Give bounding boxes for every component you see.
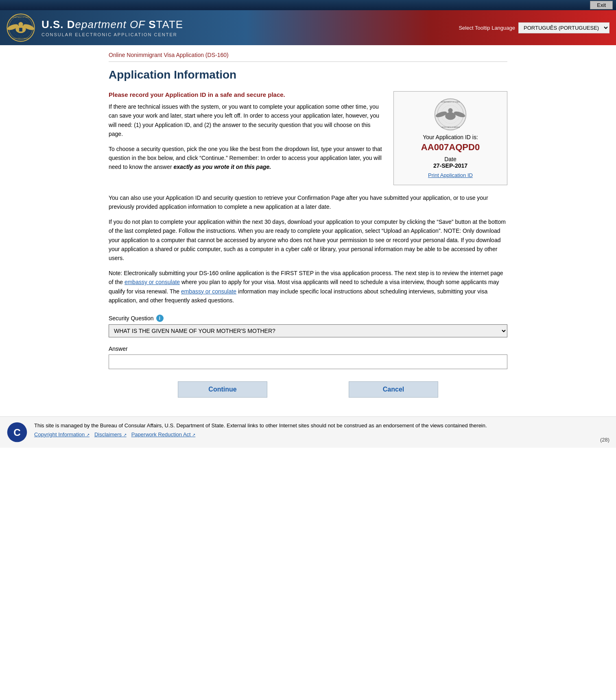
sub-agency: CONSULAR ELECTRONIC APPLICATION CENTER xyxy=(42,32,459,37)
app-id-date-label: Date xyxy=(402,156,499,162)
security-question-label: Security Question i xyxy=(109,315,507,322)
app-id-section: Please record your Application ID in a s… xyxy=(109,91,507,185)
cancel-button[interactable]: Cancel xyxy=(349,381,438,398)
svg-point-15 xyxy=(448,108,452,113)
breadcrumb: Online Nonimmigrant Visa Application (DS… xyxy=(109,52,507,58)
footer-links: Copyright Information ↗ Disclaimers ↗ Pa… xyxy=(34,431,594,438)
svg-text:DEPARTMENT OF STATE: DEPARTMENT OF STATE xyxy=(12,17,29,18)
footer-page-number: (28) xyxy=(600,437,609,443)
embassy-link-2[interactable]: embassy or consulate xyxy=(181,288,236,295)
answer-input[interactable] xyxy=(109,354,507,369)
body-text-2: To choose a security question, pick the … xyxy=(109,144,384,172)
svg-text:DEPARTMENT OF STATE: DEPARTMENT OF STATE xyxy=(441,101,460,103)
app-id-seal: DEPARTMENT OF STATE UNITED STATES OF AME… xyxy=(434,98,467,131)
external-link-icon-2: ↗ xyxy=(123,433,127,437)
svg-text:UNITED STATES OF AMERICA: UNITED STATES OF AMERICA xyxy=(441,127,460,128)
tooltip-section: Select Tooltip Language PORTUGUÊS (PORTU… xyxy=(459,22,609,33)
breadcrumb-link[interactable]: Online Nonimmigrant Visa Application (DS… xyxy=(109,52,229,58)
app-id-date-value: 27-SEP-2017 xyxy=(402,162,499,169)
svg-rect-6 xyxy=(19,28,22,32)
top-bar: Exit xyxy=(0,0,616,10)
body-text-1: If there are technical issues with the s… xyxy=(109,102,384,139)
external-link-icon-3: ↗ xyxy=(192,433,195,437)
language-select[interactable]: PORTUGUÊS (PORTUGUESE) ENGLISH ESPAÑOL (… xyxy=(518,22,609,33)
security-question-info-icon[interactable]: i xyxy=(156,315,164,322)
paperwork-link[interactable]: Paperwork Reduction Act ↗ xyxy=(131,431,196,438)
app-id-label: Your Application ID is: xyxy=(402,134,499,140)
app-id-value: AA007AQPD0 xyxy=(402,142,499,153)
body-text-5: Note: Electronically submitting your DS-… xyxy=(109,269,507,305)
body-text-3: You can also use your Application ID and… xyxy=(109,193,507,212)
svg-text:UNITED STATES OF AMERICA: UNITED STATES OF AMERICA xyxy=(13,38,29,39)
svg-point-5 xyxy=(18,22,23,26)
security-question-select[interactable]: WHAT IS THE GIVEN NAME OF YOUR MOTHER'S … xyxy=(109,324,507,337)
footer-seal: C xyxy=(7,422,28,443)
app-id-text: Please record your Application ID in a s… xyxy=(109,91,384,185)
page-title: Application Information xyxy=(109,68,507,81)
main-content: Online Nonimmigrant Visa Application (DS… xyxy=(100,45,516,416)
us-seal: DEPARTMENT OF STATE UNITED STATES OF AME… xyxy=(7,13,35,42)
svg-text:C: C xyxy=(13,427,21,438)
footer-body-text: This site is managed by the Bureau of Co… xyxy=(34,422,594,430)
agency-text: U.S. Department of State CONSULAR ELECTR… xyxy=(42,18,459,37)
app-id-heading: Please record your Application ID in a s… xyxy=(109,91,384,98)
button-row: Continue Cancel xyxy=(109,381,507,398)
print-application-id-link[interactable]: Print Application ID xyxy=(402,172,499,178)
tooltip-language-label: Select Tooltip Language xyxy=(459,25,515,31)
agency-name: U.S. Department of State xyxy=(42,18,459,31)
answer-label: Answer xyxy=(109,346,507,352)
copyright-link[interactable]: Copyright Information ↗ xyxy=(34,431,90,438)
answer-text: Answer xyxy=(109,346,128,352)
footer: C This site is managed by the Bureau of … xyxy=(0,416,616,448)
external-link-icon: ↗ xyxy=(86,433,90,437)
body-text-4: If you do not plan to complete your appl… xyxy=(109,217,507,263)
exit-button[interactable]: Exit xyxy=(590,1,613,9)
disclaimers-link[interactable]: Disclaimers ↗ xyxy=(94,431,127,438)
header-divider xyxy=(109,61,507,62)
continue-button[interactable]: Continue xyxy=(178,381,267,398)
security-section: Security Question i WHAT IS THE GIVEN NA… xyxy=(109,315,507,381)
header: DEPARTMENT OF STATE UNITED STATES OF AME… xyxy=(0,10,616,45)
embassy-link-1[interactable]: embassy or consulate xyxy=(125,279,180,285)
app-id-box: DEPARTMENT OF STATE UNITED STATES OF AME… xyxy=(393,91,507,185)
footer-content: This site is managed by the Bureau of Co… xyxy=(34,422,594,438)
security-question-text: Security Question xyxy=(109,315,154,322)
